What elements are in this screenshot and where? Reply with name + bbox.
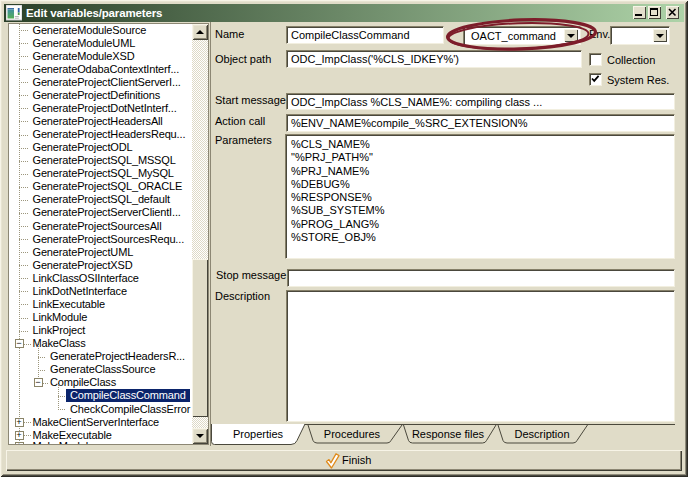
svg-text:Description: Description [514, 428, 569, 440]
svg-text:Procedures: Procedures [324, 428, 381, 440]
svg-text:Properties: Properties [233, 428, 284, 440]
svg-text:Response files: Response files [412, 428, 485, 440]
